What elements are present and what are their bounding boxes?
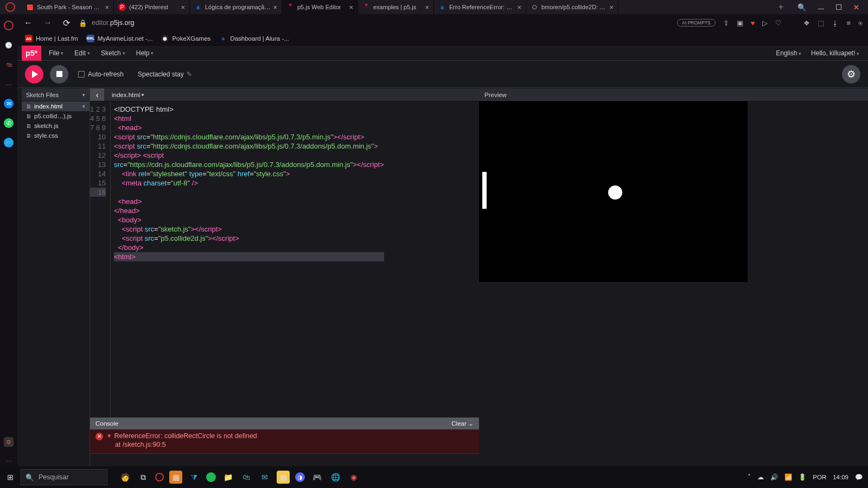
url-field[interactable]: 🔒 editor.p5js.org xyxy=(79,19,671,27)
bookmark-item[interactable]: ◉PokeXGames xyxy=(161,35,210,42)
user-greeting[interactable]: Hello, killuapet! xyxy=(811,49,859,57)
tab-close-icon[interactable]: × xyxy=(517,3,521,11)
taskbar-store-icon[interactable]: 🛍 xyxy=(240,471,253,484)
tab-close-icon[interactable]: × xyxy=(425,3,429,11)
editor-file-tab[interactable]: index.html● xyxy=(104,88,151,101)
search-icon: 🔍 xyxy=(25,473,34,481)
dock-history-icon[interactable]: 🕓 xyxy=(4,40,14,50)
bookmark-item[interactable]: MALMyAnimeList.net -... xyxy=(87,35,153,42)
tab-close-icon[interactable]: × xyxy=(609,3,614,11)
tray-language[interactable]: POR xyxy=(813,474,826,480)
taskbar-mail-icon[interactable]: ✉ xyxy=(258,471,271,484)
window-maximize-icon[interactable] xyxy=(836,4,841,10)
easysetup-icon[interactable]: ≡ xyxy=(846,19,851,27)
browser-tab[interactable]: 🟥South Park - Season 3, Ep.× xyxy=(22,0,114,14)
tab-close-icon[interactable]: × xyxy=(273,3,277,11)
p5-logo[interactable]: p5* xyxy=(22,46,41,61)
nav-back-icon[interactable]: ← xyxy=(22,18,35,28)
download-icon[interactable]: ⭳ xyxy=(832,19,839,27)
taskbar-search[interactable]: 🔍Pesquisar xyxy=(21,469,107,485)
tab-title: (422) Pinterest xyxy=(129,4,178,10)
taskbar-chrome-icon[interactable]: 🌐 xyxy=(329,471,342,484)
tray-notifications-icon[interactable]: 💬 xyxy=(855,473,863,481)
tab-close-icon[interactable]: × xyxy=(181,3,185,11)
file-icon xyxy=(26,132,31,139)
browser-tab-active[interactable]: *p5.js Web Editor× xyxy=(282,0,358,14)
browser-tab[interactable]: *examples | p5.js× xyxy=(358,0,434,14)
tab-close-icon[interactable]: × xyxy=(349,3,353,11)
browser-tab[interactable]: aLógica de programação: co× xyxy=(190,0,282,14)
nav-reload-icon[interactable]: ⟳ xyxy=(61,18,72,28)
screenshot-icon[interactable]: ▣ xyxy=(737,19,743,27)
new-tab-button[interactable]: + xyxy=(773,0,789,14)
stop-button[interactable] xyxy=(50,65,68,84)
dock-twitter-icon[interactable]: 🐦 xyxy=(4,138,14,147)
file-item[interactable]: style.css xyxy=(22,131,90,140)
dock-icon[interactable] xyxy=(4,21,14,30)
collapse-sidebar-button[interactable]: ‹ xyxy=(90,88,104,101)
share-icon[interactable]: ⇪ xyxy=(723,19,729,27)
tray-clock[interactable]: 14:09 xyxy=(833,474,848,480)
tray-onedrive-icon[interactable]: ☁ xyxy=(757,473,764,481)
tray-chevron-icon[interactable]: ˄ xyxy=(748,473,751,481)
file-item-active[interactable]: index.html▾ xyxy=(22,101,90,111)
code-content: <!DOCTYPE html> <html <head> <script src… xyxy=(111,101,384,418)
file-item[interactable]: p5.collid…).js xyxy=(22,111,90,121)
taskbar-cortana-icon[interactable]: 🧑 xyxy=(118,471,131,484)
dock-messenger-icon[interactable]: ✉ xyxy=(4,99,14,108)
code-editor[interactable]: 1 2 3 4 5 6 7 8 9 10 11 12 13 14 15 16 <… xyxy=(90,101,479,418)
menu-file[interactable]: File xyxy=(49,49,63,57)
settings-button[interactable]: ⚙ xyxy=(842,65,860,84)
console-input[interactable] xyxy=(90,453,479,466)
autorefresh-checkbox[interactable]: Auto-refresh xyxy=(78,70,124,78)
taskbar-app-icon[interactable]: ◉ xyxy=(347,471,360,484)
dock-whatsapp-icon[interactable]: ✆ xyxy=(4,118,14,128)
tab-close-icon[interactable]: × xyxy=(105,3,109,11)
taskbar-discord-icon[interactable]: ◑ xyxy=(295,472,305,482)
sketch-name[interactable]: Spectacled stay✎ xyxy=(138,70,192,78)
taskbar-spotify-icon[interactable] xyxy=(206,472,216,482)
windows-taskbar: ⊞ 🔍Pesquisar 🧑 ⧉ ▦ ⧩ 📁 🛍 ✉ ▦ ◑ 🎮 🌐 ◉ ˄ ☁… xyxy=(0,466,868,488)
console-clear-button[interactable]: Clear xyxy=(451,420,474,427)
bookmark-item[interactable]: aDashboard | Alura -... xyxy=(219,35,289,42)
ai-prompts-badge[interactable]: AI PROMPTS xyxy=(677,19,715,27)
taskbar-app-icon[interactable]: ▦ xyxy=(169,471,182,484)
taskbar-taskview-icon[interactable]: ⧉ xyxy=(137,471,150,484)
bookmark-icon[interactable]: ♡ xyxy=(775,19,782,27)
dock-settings-icon[interactable]: ⚙ xyxy=(4,437,14,447)
taskbar-app-icon[interactable]: ▦ xyxy=(277,471,290,484)
play-icon[interactable]: ▷ xyxy=(762,19,768,27)
menu-sketch[interactable]: Sketch xyxy=(101,49,125,57)
menu-help[interactable]: Help xyxy=(136,49,154,57)
play-button[interactable] xyxy=(25,65,43,84)
browser-search-icon[interactable]: 🔍 xyxy=(797,3,806,11)
cube-icon[interactable]: ⬚ xyxy=(818,19,824,27)
adblock-icon[interactable]: ♥ xyxy=(751,19,755,27)
window-minimize-icon[interactable] xyxy=(818,9,824,9)
menu-edit[interactable]: Edit xyxy=(74,49,90,57)
file-icon xyxy=(26,103,31,110)
bookmark-item[interactable]: asHome | Last.fm xyxy=(25,35,78,42)
extension-icon[interactable]: ❖ xyxy=(803,19,810,27)
language-selector[interactable]: English xyxy=(776,49,801,57)
taskbar-vscode-icon[interactable]: ⧩ xyxy=(188,471,201,484)
window-close-icon[interactable]: ✕ xyxy=(853,3,859,11)
nav-forward-icon[interactable]: → xyxy=(41,18,54,28)
browser-tab[interactable]: aErro ReferenceError: collide× xyxy=(434,0,526,14)
file-item[interactable]: sketch.js xyxy=(22,121,90,131)
tray-battery-icon[interactable]: 🔋 xyxy=(799,473,806,481)
files-header[interactable]: Sketch Files xyxy=(22,88,90,101)
pong-paddle xyxy=(482,172,487,209)
dock-cart-icon[interactable]: 🛍 xyxy=(4,60,14,69)
preview-canvas[interactable] xyxy=(479,101,748,282)
tray-wifi-icon[interactable]: 📶 xyxy=(784,473,792,481)
taskbar-opera-icon[interactable] xyxy=(155,473,164,481)
browser-tab[interactable]: P(422) Pinterest× xyxy=(114,0,190,14)
taskbar-explorer-icon[interactable]: 📁 xyxy=(221,471,234,484)
dock-more-icon[interactable]: ⋯ xyxy=(4,457,14,466)
taskbar-app-icon[interactable]: 🎮 xyxy=(310,471,323,484)
start-button[interactable]: ⊞ xyxy=(0,473,21,481)
tray-volume-icon[interactable]: 🔊 xyxy=(770,473,778,481)
browser-tab[interactable]: ⎔bmoren/p5.collide2D: A co× xyxy=(526,0,618,14)
profile-icon[interactable]: ⍟ xyxy=(858,19,863,27)
